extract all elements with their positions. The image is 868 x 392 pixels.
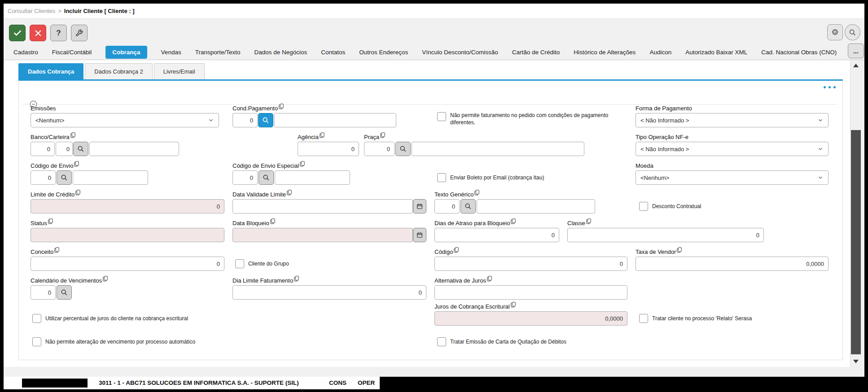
scrollbar-thumb[interactable]	[851, 130, 861, 354]
vertical-scrollbar[interactable]	[850, 60, 861, 367]
subtabs: Dados Cobrança Dados Cobrança 2 Livres/E…	[18, 63, 205, 79]
nao-permite-faturamento-checkbox[interactable]: Não permite faturamento no pedido com co…	[437, 112, 635, 126]
alternativa-juros-input[interactable]	[434, 285, 627, 300]
conceito-input[interactable]	[31, 257, 224, 271]
moeda-select[interactable]: <Nenhum>	[636, 170, 829, 185]
desconto-contratual-checkbox[interactable]: Desconto Contratual	[639, 202, 701, 211]
clipboard-icon	[287, 190, 292, 196]
tab-cadastro[interactable]: Cadastro	[13, 49, 38, 56]
tratar-relato-serasa-checkbox[interactable]: Tratar cliente no processo 'Relato' Sera…	[639, 314, 752, 323]
tab-vinculo-desconto-comissao[interactable]: Vínculo Desconto/Comissão	[422, 49, 498, 56]
codigo-input[interactable]	[434, 257, 627, 271]
texto-generico-desc-input[interactable]	[477, 199, 595, 213]
juros-cobranca-escritural-input	[434, 311, 627, 326]
codigo-envio-especial-code-input[interactable]	[232, 170, 258, 185]
checkbox-box[interactable]	[437, 173, 446, 182]
tab-cobranca[interactable]: Cobrança	[105, 46, 147, 59]
nao-permite-alteracao-vencimento-checkbox[interactable]: Não permite alteração de vencimento por …	[32, 337, 195, 346]
subtab-dados-cobranca-2[interactable]: Dados Cobrança 2	[85, 63, 152, 79]
data-validade-limite-label: Data Validade Limite	[232, 191, 292, 198]
classe-input[interactable]	[567, 228, 764, 242]
cond-pagamento-code-input[interactable]	[232, 113, 258, 127]
chevron-down-icon	[817, 146, 824, 152]
carteira-input[interactable]	[56, 142, 73, 156]
codigo-envio-desc-input[interactable]	[73, 170, 148, 185]
enviar-boleto-checkbox[interactable]: Enviar Boleto por Email (cobrança Itau)	[437, 173, 544, 182]
praca-desc-input[interactable]	[412, 142, 584, 156]
tab-autorizado-baixar-xml[interactable]: Autorizado Baixar XML	[685, 49, 747, 56]
calendario-vencimentos-code-input[interactable]	[31, 285, 56, 300]
checkbox-box[interactable]	[32, 337, 41, 346]
global-search-button[interactable]	[845, 24, 860, 40]
texto-generico-search-button[interactable]	[460, 199, 476, 213]
confirm-button[interactable]	[9, 25, 26, 41]
clipboard-icon	[380, 132, 385, 138]
data-validade-limite-calendar-button[interactable]	[413, 199, 426, 213]
tab-cartao-credito[interactable]: Cartão de Crédito	[512, 49, 560, 56]
codigo-envio-especial-desc-input[interactable]	[275, 170, 350, 185]
praca-search-button[interactable]	[395, 142, 411, 156]
tab-cad-nacional-obras[interactable]: Cad. Nacional Obras (CNO)	[761, 49, 837, 56]
codigo-envio-search-button[interactable]	[57, 170, 72, 185]
tab-outros-enderecos[interactable]: Outros Endereços	[359, 49, 408, 56]
main-tabs: Cadastro Fiscal/Contábil Cobrança Vendas…	[13, 44, 837, 60]
checkbox-box[interactable]	[437, 112, 446, 121]
checkbox-box[interactable]	[235, 259, 244, 268]
tipo-operacao-nfe-select[interactable]: < Não Informado >	[636, 142, 829, 156]
texto-generico-code-input[interactable]	[434, 199, 460, 213]
scroll-up-arrow-icon[interactable]	[853, 64, 859, 67]
breadcrumb-parent-link[interactable]: Consultar Clientes	[8, 8, 55, 14]
cond-pagamento-label: Cond.Pagamento	[232, 105, 284, 112]
tab-transporte-texto[interactable]: Transporte/Texto	[195, 49, 241, 56]
tools-button[interactable]	[71, 25, 88, 41]
codigo-envio-especial-search-button[interactable]	[259, 170, 274, 185]
cond-pagamento-desc-input[interactable]	[274, 113, 396, 127]
taxa-vendor-input[interactable]	[636, 257, 829, 271]
codigo-envio-code-input[interactable]	[31, 170, 56, 185]
checkbox-box[interactable]	[32, 314, 41, 323]
clipboard-icon	[74, 161, 79, 167]
banco-carteira-search-button[interactable]	[73, 142, 88, 156]
cond-pagamento-search-button[interactable]	[258, 113, 273, 127]
redacted-user-box	[22, 379, 88, 388]
tab-dados-negocios[interactable]: Dados de Negócios	[254, 49, 307, 56]
data-validade-limite-input[interactable]	[232, 199, 413, 213]
banco-carteira-desc-input[interactable]	[89, 142, 179, 156]
clipboard-icon	[474, 190, 479, 196]
tab-contatos[interactable]: Contatos	[321, 49, 345, 56]
tab-fiscal-contabil[interactable]: Fiscal/Contábil	[52, 49, 92, 56]
emissoes-select[interactable]: <Nenhum>	[31, 113, 219, 127]
cancel-button[interactable]	[30, 25, 46, 41]
texto-generico-label: Texto Genérico	[434, 191, 479, 198]
clipboard-icon	[294, 276, 299, 282]
calendario-vencimentos-search-button[interactable]	[57, 285, 72, 300]
chevron-down-icon	[208, 117, 214, 123]
banco-input[interactable]	[31, 142, 55, 156]
more-tabs-button[interactable]: ...	[848, 44, 864, 58]
settings-button[interactable]: ⚙	[827, 24, 843, 40]
checkbox-box[interactable]	[639, 202, 648, 211]
forma-pagamento-select[interactable]: < Não Informado >	[636, 113, 829, 127]
data-bloqueio-calendar-button[interactable]	[413, 228, 426, 242]
tab-audicon[interactable]: Audicon	[649, 49, 671, 56]
subtab-dados-cobranca[interactable]: Dados Cobrança	[18, 63, 83, 79]
subtab-livres-email[interactable]: Livres/Email	[154, 63, 205, 79]
clipboard-icon	[586, 218, 591, 224]
dias-atraso-bloqueio-input[interactable]	[434, 228, 559, 242]
utilizar-percentual-juros-checkbox[interactable]: Utilizar percentual de juros do cliente …	[32, 314, 188, 323]
section-divider	[22, 104, 837, 105]
dia-limite-faturamento-input[interactable]	[232, 285, 426, 300]
checkbox-box[interactable]	[437, 337, 446, 346]
praca-code-input[interactable]	[364, 142, 395, 156]
scroll-down-arrow-icon[interactable]	[853, 360, 859, 363]
clipboard-icon	[75, 190, 80, 196]
cliente-do-grupo-checkbox[interactable]: Cliente do Grupo	[235, 259, 289, 268]
tratar-carta-quitacao-checkbox[interactable]: Tratar Emissão de Carta de Quitação de D…	[437, 337, 566, 346]
tab-vendas[interactable]: Vendas	[161, 49, 181, 56]
tab-historico-alteracoes[interactable]: Histórico de Alterações	[574, 49, 636, 56]
checkbox-box[interactable]	[639, 314, 648, 323]
help-button[interactable]: ?	[50, 25, 67, 41]
panel-menu-button[interactable]	[824, 86, 836, 88]
clipboard-icon	[103, 276, 108, 282]
agencia-input[interactable]	[298, 142, 359, 156]
